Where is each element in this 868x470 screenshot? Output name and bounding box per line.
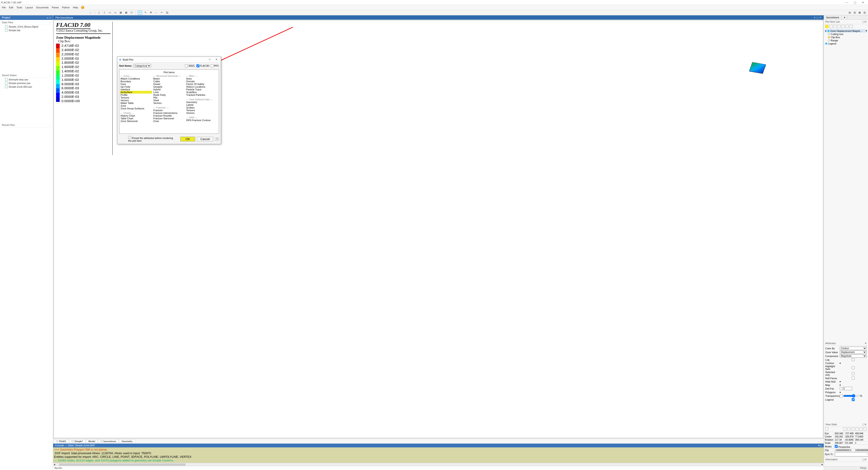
attr-deffac-chk[interactable] — [840, 387, 843, 390]
plot-item-option[interactable]: Boundary — [120, 80, 152, 83]
perspective-check[interactable]: Perspective — [835, 446, 850, 448]
plot-item-option[interactable]: Fracture Stereonet — [153, 117, 185, 120]
tree-node-clipbox[interactable]: Clip Box — [825, 36, 867, 39]
data-files-header[interactable]: Data Files ⌄ — [0, 20, 53, 25]
delete-icon[interactable] — [837, 25, 841, 28]
plot-item-option[interactable]: Fracture — [153, 109, 185, 112]
plot-item-option[interactable]: Face — [120, 83, 152, 86]
measure-icon[interactable]: ↔ — [154, 11, 158, 15]
layout-check-icon[interactable]: ☑ — [129, 11, 133, 15]
dialog-close-button[interactable]: ✕ — [214, 58, 219, 61]
plot-item-option[interactable]: Interface — [120, 88, 152, 91]
console-scrollbar[interactable]: ◂▸ — [53, 463, 824, 466]
preset-checkbox[interactable]: Preset the attributes before rendering t… — [128, 136, 177, 142]
wand-icon[interactable]: ✎ — [143, 11, 147, 15]
layout-1-icon[interactable]: ▯ — [97, 11, 101, 15]
console-prompt[interactable]: flac3d> — [53, 466, 824, 470]
tab-plot01[interactable]: Plot01 — [54, 439, 69, 443]
chain-icon[interactable]: ⛓ — [165, 11, 169, 15]
sync-to-select[interactable] — [835, 452, 868, 457]
plot-item-option[interactable]: Geometry — [186, 101, 218, 103]
plot-item-option[interactable]: Vectors — [120, 99, 152, 102]
plot-item-option[interactable]: Zone Group Surfaces — [120, 107, 152, 110]
panel-toggle-1-icon[interactable]: ▤ — [848, 11, 852, 15]
window-close-button[interactable]: ✕ — [859, 1, 867, 4]
plot-item-option[interactable]: Gp Fixity — [120, 86, 152, 88]
vs-icon[interactable] — [825, 428, 829, 431]
plot-item-option[interactable]: Tensors — [120, 96, 152, 99]
plot-item-option[interactable]: Table Chart — [120, 117, 152, 120]
scroll-left-icon[interactable]: ◂ — [53, 463, 56, 466]
dialog-help-button[interactable]: ? — [207, 58, 212, 61]
plot-item-option[interactable]: Attach Conditions — [120, 77, 152, 80]
project-collapse-icon[interactable]: ▾ — [47, 17, 48, 19]
plot-item-option[interactable]: Zone — [153, 120, 185, 123]
plot-item-option[interactable]: Cable — [153, 80, 185, 83]
plot-item-option[interactable]: Fracture Intersections — [153, 112, 185, 114]
vs-add-icon[interactable] — [843, 428, 846, 431]
tab-add[interactable]: + — [842, 15, 848, 20]
menu-panes[interactable]: Panes — [52, 6, 59, 9]
expand-icon[interactable]: ▸ — [840, 383, 867, 386]
plot-item-option[interactable]: Vectors — [186, 112, 218, 114]
result-files-header[interactable]: Result Files ⌄ — [0, 123, 53, 127]
plot-item-option[interactable]: Tensors — [186, 109, 218, 112]
plot-item-option[interactable]: Pile — [153, 96, 185, 99]
tab-isocontours-right[interactable]: Isocontours — [824, 15, 842, 20]
expand-icon[interactable]: ▸ — [840, 380, 867, 383]
attr-highlight-sel[interactable] — [840, 366, 867, 369]
panel-toggle-4-icon[interactable]: ▧ — [863, 11, 867, 15]
layout-4-icon[interactable]: ▭ — [113, 11, 117, 15]
plot-item-option[interactable]: DFN Fracture Contour — [186, 119, 218, 122]
attr-deffac-val[interactable] — [843, 387, 852, 390]
menu-documents[interactable]: Documents — [36, 6, 49, 9]
saved-state-item[interactable]: Simple-Zonk-003.sav — [0, 85, 53, 89]
vs-a-icon[interactable] — [851, 428, 855, 431]
sort-items-select[interactable]: Categorical — [133, 64, 151, 68]
attr-trans-slider[interactable] — [843, 394, 859, 398]
attr-legend-chk[interactable] — [840, 398, 867, 401]
console-float-icon[interactable]: ▢ — [819, 444, 822, 447]
check-icon[interactable] — [850, 25, 853, 28]
panel-toggle-2-icon[interactable]: ▥ — [852, 11, 857, 15]
vs-d-icon[interactable] — [864, 428, 867, 431]
menu-python[interactable]: Python — [62, 6, 70, 9]
layout-2-icon[interactable]: ▯ — [102, 11, 106, 15]
move-up-icon[interactable] — [833, 25, 837, 28]
attr-colorby[interactable]: Contour — [840, 347, 867, 350]
plot-item-option[interactable]: Geogrid — [153, 86, 185, 88]
data-file-item[interactable]: Simple_GVol_Binary.f3grid — [0, 25, 53, 29]
tree-node-legend[interactable]: Legend — [825, 42, 867, 45]
copy-icon[interactable] — [842, 25, 845, 28]
attr-trans-chk[interactable] — [840, 395, 843, 398]
expand-icon[interactable]: ▸ — [840, 362, 867, 365]
plot-item-option[interactable]: Tracked Particles — [186, 94, 218, 96]
data-file-item[interactable]: Simple.dat — [0, 29, 53, 32]
tab-simple[interactable]: Simple* — [69, 439, 86, 443]
scroll-right-icon[interactable]: ▸ — [821, 463, 824, 466]
plot-item-option[interactable]: Shell — [153, 99, 185, 102]
tab-model[interactable]: Model — [86, 439, 98, 443]
layout-6-icon[interactable]: ▦ — [124, 11, 128, 15]
help-button[interactable]: ? — [215, 137, 219, 141]
attr-log[interactable] — [840, 358, 867, 361]
attr-selected-only[interactable] — [840, 372, 867, 375]
plot-item-option[interactable]: Scalars — [186, 106, 218, 109]
section-collapse-icon[interactable]: ▢ — [862, 20, 865, 23]
saved-state-item[interactable]: Simmple-elas.sav — [0, 78, 53, 81]
chk-pfc[interactable]: PFC — [211, 64, 219, 67]
scissors-icon[interactable]: ✂ — [160, 11, 164, 15]
vs-b-icon[interactable] — [855, 428, 859, 431]
plot-item-option[interactable]: Node Fixity — [153, 94, 185, 96]
dialog-titlebar[interactable]: ◍ Build Plot ? ✕ — [117, 57, 221, 63]
tab-geometry[interactable]: Geometry — [119, 439, 135, 443]
warning-icon[interactable]: ! — [81, 6, 84, 9]
saved-state-item[interactable]: Simple-premine.sav — [0, 81, 53, 85]
paste-icon[interactable] — [846, 25, 849, 28]
menu-tools[interactable]: Tools — [17, 6, 22, 9]
plot-item-option[interactable]: Fracture Rosette — [153, 114, 185, 117]
move-icon[interactable]: ✥ — [149, 11, 153, 15]
plot-item-option[interactable]: Vectors — [153, 102, 185, 104]
plot-item-option[interactable]: Water Table — [120, 102, 152, 104]
attr-zonevalue[interactable]: Displacement — [840, 350, 867, 354]
